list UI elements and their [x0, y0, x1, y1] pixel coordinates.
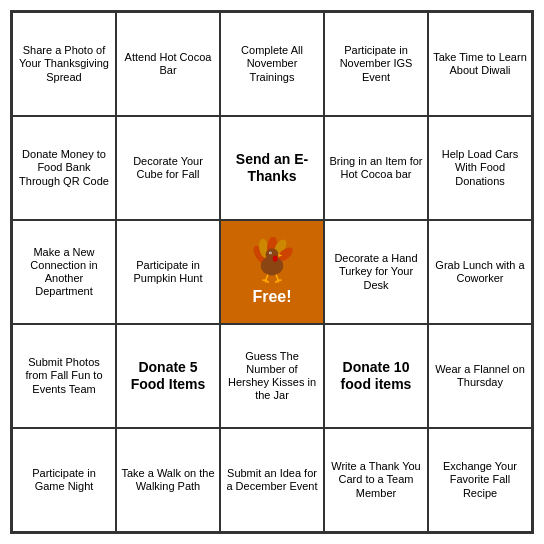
bingo-cell-r3c2[interactable]: Guess The Number of Hershey Kisses in th…: [220, 324, 324, 428]
bingo-card: Share a Photo of Your Thanksgiving Sprea…: [10, 10, 534, 534]
bingo-cell-r2c4[interactable]: Grab Lunch with a Coworker: [428, 220, 532, 324]
svg-line-15: [276, 275, 278, 281]
svg-point-10: [270, 253, 271, 254]
bingo-cell-r0c1[interactable]: Attend Hot Cocoa Bar: [116, 12, 220, 116]
bingo-cell-r2c1[interactable]: Participate in Pumpkin Hunt: [116, 220, 220, 324]
bingo-cell-r0c4[interactable]: Take Time to Learn About Diwali: [428, 12, 532, 116]
bingo-cell-r1c1[interactable]: Decorate Your Cube for Fall: [116, 116, 220, 220]
bingo-cell-r4c1[interactable]: Take a Walk on the Walking Path: [116, 428, 220, 532]
free-label: Free!: [252, 287, 291, 306]
bingo-cell-r4c3[interactable]: Write a Thank You Card to a Team Member: [324, 428, 428, 532]
bingo-cell-r2c0[interactable]: Make a New Connection in Another Departm…: [12, 220, 116, 324]
bingo-cell-r1c4[interactable]: Help Load Cars With Food Donations: [428, 116, 532, 220]
bingo-cell-r2c3[interactable]: Decorate a Hand Turkey for Your Desk: [324, 220, 428, 324]
bingo-cell-r4c0[interactable]: Participate in Game Night: [12, 428, 116, 532]
bingo-cell-r0c0[interactable]: Share a Photo of Your Thanksgiving Sprea…: [12, 12, 116, 116]
bingo-cell-r1c2[interactable]: Send an E-Thanks: [220, 116, 324, 220]
bingo-cell-r0c3[interactable]: Participate in November IGS Event: [324, 12, 428, 116]
bingo-cell-r2c2[interactable]: Free!: [220, 220, 324, 324]
bingo-cell-r3c0[interactable]: Submit Photos from Fall Fun to Events Te…: [12, 324, 116, 428]
svg-point-7: [273, 256, 278, 262]
bingo-cell-r3c3[interactable]: Donate 10 food items: [324, 324, 428, 428]
bingo-cell-r3c4[interactable]: Wear a Flannel on Thursday: [428, 324, 532, 428]
bingo-cell-r0c2[interactable]: Complete All November Trainings: [220, 12, 324, 116]
bingo-cell-r4c4[interactable]: Exchange Your Favorite Fall Recipe: [428, 428, 532, 532]
bingo-cell-r4c2[interactable]: Submit an Idea for a December Event: [220, 428, 324, 532]
bingo-cell-r3c1[interactable]: Donate 5 Food Items: [116, 324, 220, 428]
turkey-icon: [248, 237, 296, 285]
bingo-cell-r1c3[interactable]: Bring in an Item for Hot Cocoa bar: [324, 116, 428, 220]
svg-line-11: [266, 275, 268, 281]
bingo-cell-r1c0[interactable]: Donate Money to Food Bank Through QR Cod…: [12, 116, 116, 220]
